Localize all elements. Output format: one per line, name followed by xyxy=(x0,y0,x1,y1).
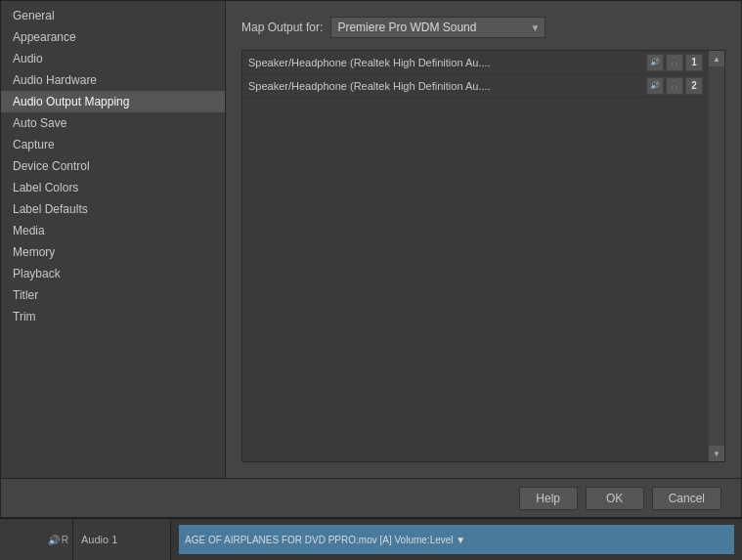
audio-row-1[interactable]: Speaker/Headphone (Realtek High Definiti… xyxy=(242,74,709,98)
track-label-text: Audio 1 xyxy=(81,534,117,545)
sidebar-item-capture[interactable]: Capture xyxy=(1,134,225,155)
sidebar-item-audio[interactable]: Audio xyxy=(1,48,225,69)
map-output-row: Map Output for: Premiere Pro WDM SoundAS… xyxy=(241,17,725,38)
audio-row-icons-1: 🔊🎧2 xyxy=(646,77,703,95)
audio-row-label-0: Speaker/Headphone (Realtek High Definiti… xyxy=(248,57,642,68)
sidebar-item-audio-output-mapping[interactable]: Audio Output Mapping xyxy=(1,91,225,112)
sidebar-item-appearance[interactable]: Appearance xyxy=(1,26,225,48)
sidebar-item-general[interactable]: General xyxy=(1,5,225,26)
dialog-footer: Help OK Cancel xyxy=(1,478,741,517)
dialog-overlay: GeneralAppearanceAudioAudio HardwareAudi… xyxy=(0,0,742,560)
sidebar-item-media[interactable]: Media xyxy=(1,220,225,241)
channel-num-1: 2 xyxy=(685,77,703,95)
audio-row-label-1: Speaker/Headphone (Realtek High Definiti… xyxy=(248,80,642,92)
preferences-dialog: GeneralAppearanceAudioAudio HardwareAudi… xyxy=(0,0,742,518)
timeline-track-label: Audio 1 xyxy=(73,519,171,560)
sidebar-item-memory[interactable]: Memory xyxy=(1,241,225,263)
help-button[interactable]: Help xyxy=(519,487,578,510)
map-output-label: Map Output for: xyxy=(241,21,323,34)
ok-button[interactable]: OK xyxy=(586,487,644,510)
map-output-select-wrapper[interactable]: Premiere Pro WDM SoundASIO DeviceOther ▼ xyxy=(330,17,546,38)
cancel-button[interactable]: Cancel xyxy=(652,487,721,510)
map-output-select[interactable]: Premiere Pro WDM SoundASIO DeviceOther xyxy=(330,17,546,38)
headphone-btn-1[interactable]: 🎧 xyxy=(666,77,683,95)
headphone-btn-0[interactable]: 🎧 xyxy=(666,54,683,71)
sidebar-item-audio-hardware[interactable]: Audio Hardware xyxy=(1,69,225,91)
speaker-btn-1[interactable]: 🔊 xyxy=(646,77,664,95)
sidebar-item-label-colors[interactable]: Label Colors xyxy=(1,177,225,198)
speaker-icon[interactable]: 🔊 xyxy=(48,535,60,545)
audio-list-container: Speaker/Headphone (Realtek High Definiti… xyxy=(241,50,725,462)
main-content: Map Output for: Premiere Pro WDM SoundAS… xyxy=(226,1,741,478)
left-panel-icons: 🔊 R xyxy=(48,535,68,545)
sidebar-item-trim[interactable]: Trim xyxy=(1,306,225,327)
speaker-btn-0[interactable]: 🔊 xyxy=(646,54,664,71)
record-icon[interactable]: R xyxy=(62,535,68,545)
scroll-up-arrow[interactable]: ▲ xyxy=(709,51,724,66)
channel-num-0: 1 xyxy=(685,54,703,71)
timeline-clip: AGE OF AIRPLANES FOR DVD PPRO.mov [A] Vo… xyxy=(179,525,734,554)
audio-row-0[interactable]: Speaker/Headphone (Realtek High Definiti… xyxy=(242,51,709,74)
sidebar-item-auto-save[interactable]: Auto Save xyxy=(1,112,225,134)
scroll-down-arrow[interactable]: ▼ xyxy=(709,446,724,461)
sidebar-item-playback[interactable]: Playback xyxy=(1,263,225,284)
dialog-body: GeneralAppearanceAudioAudio HardwareAudi… xyxy=(1,1,741,478)
scrollbar-track: ▲ ▼ xyxy=(709,51,724,461)
audio-row-icons-0: 🔊🎧1 xyxy=(646,54,703,71)
audio-list-scroll[interactable]: Speaker/Headphone (Realtek High Definiti… xyxy=(242,51,709,461)
sidebar-item-device-control[interactable]: Device Control xyxy=(1,155,225,177)
sidebar-item-label-defaults[interactable]: Label Defaults xyxy=(1,198,225,220)
sidebar-item-titler[interactable]: Titler xyxy=(1,284,225,306)
left-panel: 🔊 R xyxy=(0,519,73,560)
timeline-content: AGE OF AIRPLANES FOR DVD PPRO.mov [A] Vo… xyxy=(171,519,742,560)
scrollbar-thumb[interactable] xyxy=(709,66,724,446)
timeline-bar: 🔊 R Audio 1 AGE OF AIRPLANES FOR DVD PPR… xyxy=(0,518,742,560)
sidebar: GeneralAppearanceAudioAudio HardwareAudi… xyxy=(1,1,226,478)
clip-text: AGE OF AIRPLANES FOR DVD PPRO.mov [A] Vo… xyxy=(185,535,465,545)
